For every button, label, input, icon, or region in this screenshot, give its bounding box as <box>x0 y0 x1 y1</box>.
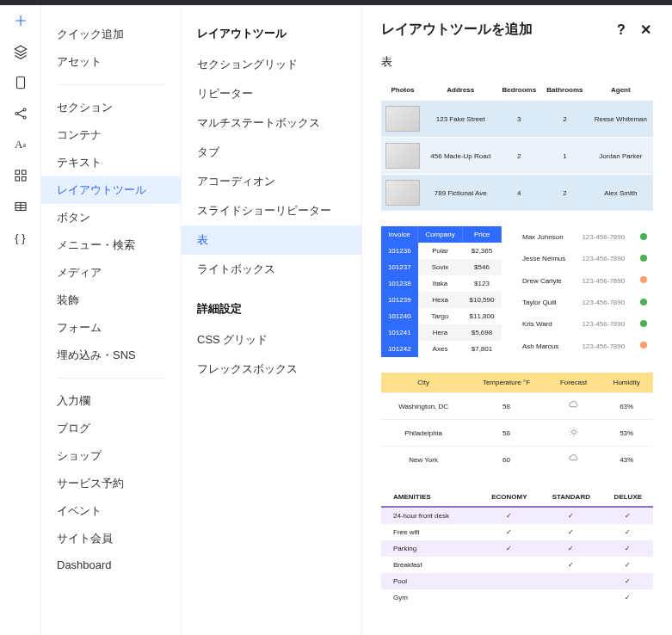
svg-rect-5 <box>22 170 26 175</box>
cat-layout-tools[interactable]: レイアウトツール <box>41 176 181 204</box>
cat-blog[interactable]: ブログ <box>41 415 181 442</box>
category-panel: クイック追加 アセット セクション コンテナ テキスト レイアウトツール ボタン… <box>41 5 181 635</box>
table-preview-amenities[interactable]: AMENITIES ECONOMY STANDARD DELUXE 24-hou… <box>381 488 653 606</box>
svg-rect-6 <box>15 177 20 182</box>
cat-bookings[interactable]: サービス予約 <box>41 470 181 497</box>
svg-rect-0 <box>16 77 24 89</box>
cat-media[interactable]: メディア <box>41 259 181 287</box>
plus-icon[interactable] <box>12 12 29 29</box>
cat-shop[interactable]: ショップ <box>41 442 181 470</box>
cat-decorative[interactable]: 装飾 <box>41 287 181 314</box>
sub-lightbox[interactable]: ライトボックス <box>182 255 361 284</box>
sub-accordion[interactable]: アコーディオン <box>182 167 361 196</box>
table-preview-realestate[interactable]: Photos Address Bedrooms Bathrooms Agent … <box>381 80 653 211</box>
sub-repeater[interactable]: リピーター <box>182 79 361 108</box>
page-icon[interactable] <box>12 74 29 91</box>
svg-point-2 <box>23 108 26 111</box>
text-a-icon[interactable]: Aa <box>12 136 29 153</box>
cat-input[interactable]: 入力欄 <box>41 387 181 415</box>
sub-table[interactable]: 表 <box>182 225 361 255</box>
sub-section-grid[interactable]: セクショングリッド <box>182 50 361 79</box>
close-icon[interactable]: ✕ <box>638 22 653 38</box>
subcategory-panel: レイアウトツール セクショングリッド リピーター マルチステートボックス タブ … <box>181 5 361 635</box>
cat-section[interactable]: セクション <box>41 94 181 121</box>
section-label-table: 表 <box>381 54 653 70</box>
share-nodes-icon[interactable] <box>12 105 29 122</box>
cat-menu-search[interactable]: メニュー・検索 <box>41 231 181 259</box>
sub-multistate-box[interactable]: マルチステートボックス <box>182 108 361 138</box>
sub-tabs[interactable]: タブ <box>182 138 361 167</box>
cat-embed-sns[interactable]: 埋め込み・SNS <box>41 342 181 369</box>
svg-point-3 <box>23 116 26 119</box>
sub-flexbox[interactable]: フレックスボックス <box>182 354 361 384</box>
braces-icon[interactable]: { } <box>12 229 29 246</box>
cat-members[interactable]: サイト会員 <box>41 525 181 552</box>
sub-slideshow-repeater[interactable]: スライドショーリピーター <box>182 196 361 225</box>
cat-text[interactable]: テキスト <box>41 149 181 176</box>
cat-container[interactable]: コンテナ <box>41 121 181 149</box>
cat-dashboard[interactable]: Dashboard <box>41 552 181 577</box>
svg-rect-7 <box>22 177 26 182</box>
cat-events[interactable]: イベント <box>41 497 181 525</box>
svg-rect-4 <box>15 170 20 175</box>
layers-icon[interactable] <box>12 43 29 60</box>
table-preview-contacts[interactable]: Max Johnson123-456-7890Jesse Neimus123-4… <box>514 226 653 357</box>
cat-form[interactable]: フォーム <box>41 314 181 342</box>
cat-quick-add[interactable]: クイック追加 <box>41 21 181 48</box>
main-panel: レイアウトツールを追加 ? ✕ 表 Photos Address Bedroom… <box>361 5 672 635</box>
table-icon[interactable] <box>12 198 29 215</box>
sub-heading-layout: レイアウトツール <box>182 21 361 50</box>
help-icon[interactable]: ? <box>613 22 629 38</box>
cat-assets[interactable]: アセット <box>41 48 181 76</box>
main-title: レイアウトツールを追加 <box>381 21 533 39</box>
table-preview-weather[interactable]: City Temperature °F Forecast Humidity Wa… <box>381 373 653 472</box>
cat-button[interactable]: ボタン <box>41 204 181 231</box>
left-iconbar: Aa { } <box>0 5 41 635</box>
svg-point-9 <box>571 430 576 435</box>
apps-grid-icon[interactable] <box>12 167 29 184</box>
sub-css-grid[interactable]: CSS グリッド <box>182 325 361 354</box>
table-preview-invoices[interactable]: Invoice Company Price 101236Polar$2,3651… <box>381 226 502 357</box>
sub-heading-advanced: 詳細設定 <box>182 296 361 325</box>
svg-point-1 <box>15 113 18 115</box>
